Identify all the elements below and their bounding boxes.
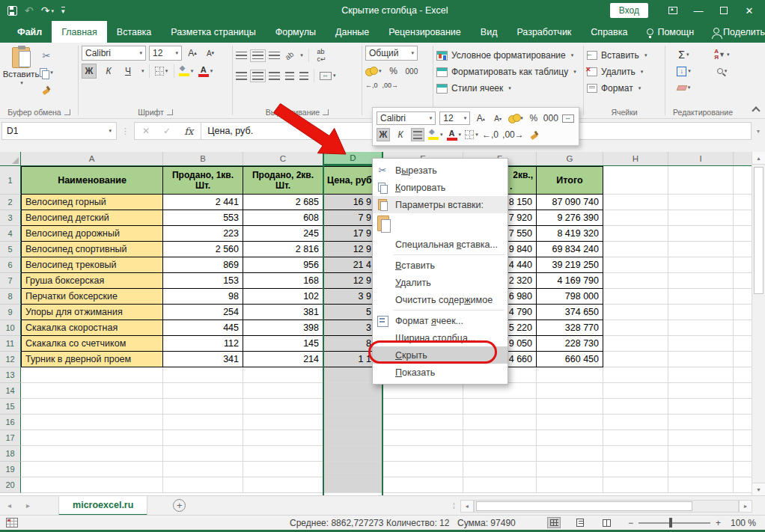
cell[interactable] [463,446,537,462]
cell[interactable] [323,430,383,446]
cell[interactable] [243,430,323,446]
row-header[interactable]: 11 [0,336,21,352]
cell[interactable] [537,367,603,383]
column-header[interactable]: H [603,152,668,165]
maximize-button[interactable] [713,2,735,19]
align-right-icon[interactable] [269,72,280,80]
bold-button[interactable]: Ж [82,64,97,79]
insert-function-button[interactable]: fx [184,126,193,137]
cell[interactable] [603,257,668,273]
ribbon-tab[interactable]: Формулы [266,21,326,43]
cell-q1[interactable]: 153 [163,273,243,289]
cell-q2[interactable]: 381 [243,305,323,320]
scroll-left-icon[interactable]: ◂ [460,500,474,513]
font-size-combo[interactable]: 12▾ [149,46,182,61]
cell[interactable] [383,430,463,446]
align-middle-icon[interactable] [252,52,263,60]
cell[interactable] [463,399,537,415]
cell-total[interactable]: 9 276 390 [537,210,603,226]
row-header[interactable]: 2 [0,195,21,210]
cell-styles-button[interactable]: Стили ячеек▾ [436,80,580,97]
row-header[interactable]: 7 [0,273,21,289]
cell-total[interactable]: 69 834 240 [537,242,603,257]
cell[interactable] [163,430,243,446]
fill-button[interactable]: ↓▾ [668,64,699,79]
cell[interactable] [603,446,668,462]
row-header[interactable]: 19 [0,462,21,477]
cell-name[interactable]: Перчатки боксерские [21,289,163,305]
row-header[interactable]: 1 [0,166,21,195]
row-header[interactable]: 12 [0,352,21,367]
cell[interactable] [21,367,163,383]
horizontal-scroll-thumb[interactable] [476,501,692,511]
mini-comma-button[interactable]: 000 [544,111,558,125]
cell-total[interactable]: 87 090 740 [537,195,603,210]
ribbon-tab[interactable]: Разметка страницы [161,21,265,43]
ribbon-tab[interactable]: Вставка [107,21,161,43]
context-menu-item[interactable]: Вырезать [373,162,508,179]
splitter-grip-icon[interactable]: ⁞ [453,502,454,510]
row-header[interactable]: 14 [0,383,21,399]
cell[interactable] [668,336,734,352]
cell-q2[interactable]: 398 [243,320,323,336]
cell[interactable] [323,399,383,415]
mini-format-painter-button[interactable] [528,128,541,141]
cell-name[interactable]: Велосипед трековый [21,257,163,273]
cell-q1[interactable]: 869 [163,257,243,273]
column-header[interactable]: B [163,152,243,165]
ribbon-tab[interactable]: Данные [326,21,379,43]
cell[interactable] [243,477,323,493]
cell[interactable] [21,430,163,446]
row-header[interactable]: 6 [0,257,21,273]
ribbon-tab[interactable]: Главная [52,21,107,43]
minimize-button[interactable]: — [687,2,710,19]
cell[interactable] [463,477,537,493]
row-header[interactable]: 20 [0,477,21,493]
cell[interactable] [21,462,163,477]
cell-name[interactable]: Велосипед спортивный [21,242,163,257]
mini-increase-decimal-button[interactable]: ←,0 [482,128,499,141]
collapse-ribbon-icon[interactable] [752,106,760,114]
redo-button[interactable]: ↷▾ [41,5,54,16]
cell-b1[interactable]: Продано, 1кв. Шт. [163,166,243,195]
cell[interactable] [163,415,243,430]
mini-fill-color-button[interactable]: ▾ [428,128,443,141]
orientation-button[interactable]: ab [284,49,296,61]
cell[interactable] [668,477,734,493]
cell-q1[interactable]: 112 [163,336,243,352]
row-header[interactable]: 10 [0,320,21,336]
cell[interactable] [603,289,668,305]
column-header[interactable]: A [21,152,163,165]
row-header[interactable]: 3 [0,210,21,226]
cell-q1[interactable]: 2 441 [163,195,243,210]
cell-total[interactable]: 8 419 320 [537,226,603,242]
decrease-font-button[interactable]: A▾ [203,46,218,61]
row-header[interactable]: 4 [0,226,21,242]
cell[interactable] [668,273,734,289]
cell-total[interactable]: 374 650 [537,305,603,320]
cell[interactable] [603,242,668,257]
cell[interactable] [21,446,163,462]
row-header[interactable]: 13 [0,367,21,383]
increase-decimal-button[interactable]: ←,0 [365,82,378,89]
cell[interactable] [603,273,668,289]
clear-button[interactable]: ▾ [668,80,699,95]
cell-total[interactable]: 328 770 [537,320,603,336]
sheet-tab-active[interactable]: microexcel.ru [58,496,147,516]
cell[interactable] [668,210,734,226]
scroll-down-icon[interactable]: ▼ [752,483,765,495]
format-cells-button[interactable]: Формат▾ [587,80,662,97]
cell[interactable] [668,242,734,257]
ribbon-tab[interactable]: Помощн [637,21,704,43]
cell-q2[interactable]: 214 [243,352,323,367]
conditional-formatting-button[interactable]: Условное форматирование▾ [436,47,580,64]
cell[interactable] [323,383,383,399]
cell[interactable] [243,462,323,477]
cell[interactable] [163,446,243,462]
cell[interactable] [603,336,668,352]
cell-total[interactable]: 39 219 250 [537,257,603,273]
cell[interactable] [668,257,734,273]
mini-decrease-decimal-button[interactable]: ,00→ [502,128,524,141]
cell-total[interactable]: 660 450 [537,352,603,367]
cell[interactable] [383,383,463,399]
